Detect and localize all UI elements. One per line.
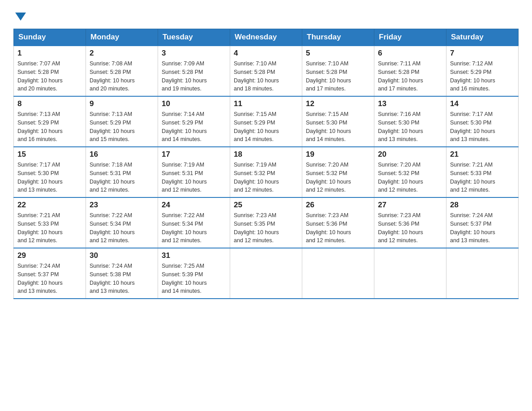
day-number: 15: [17, 150, 82, 159]
day-info: Sunrise: 7:20 AMSunset: 5:32 PMDaylight:…: [378, 161, 442, 194]
day-number: 23: [90, 201, 154, 210]
day-info: Sunrise: 7:16 AMSunset: 5:30 PMDaylight:…: [378, 110, 442, 144]
day-number: 30: [90, 251, 154, 260]
day-of-week-header: Tuesday: [158, 29, 230, 46]
calendar-day-cell: 16Sunrise: 7:18 AMSunset: 5:31 PMDayligh…: [86, 147, 158, 197]
calendar-day-cell: 8Sunrise: 7:13 AMSunset: 5:29 PMDaylight…: [14, 96, 86, 147]
calendar-day-cell: 6Sunrise: 7:11 AMSunset: 5:28 PMDaylight…: [374, 46, 446, 96]
calendar-day-cell: 10Sunrise: 7:14 AMSunset: 5:29 PMDayligh…: [158, 96, 230, 147]
day-number: 25: [234, 201, 298, 210]
day-info: Sunrise: 7:19 AMSunset: 5:31 PMDaylight:…: [162, 161, 226, 194]
day-of-week-header: Saturday: [446, 29, 519, 46]
calendar-day-cell: [374, 248, 446, 299]
calendar-day-cell: 22Sunrise: 7:21 AMSunset: 5:33 PMDayligh…: [14, 197, 86, 248]
calendar-day-cell: 27Sunrise: 7:23 AMSunset: 5:36 PMDayligh…: [374, 197, 446, 248]
day-info: Sunrise: 7:09 AMSunset: 5:28 PMDaylight:…: [162, 60, 226, 93]
day-of-week-header: Thursday: [302, 29, 374, 46]
calendar-day-cell: 2Sunrise: 7:08 AMSunset: 5:28 PMDaylight…: [86, 46, 158, 96]
day-number: 20: [378, 150, 442, 159]
day-info: Sunrise: 7:17 AMSunset: 5:30 PMDaylight:…: [17, 161, 82, 194]
day-number: 6: [378, 49, 442, 58]
day-info: Sunrise: 7:21 AMSunset: 5:33 PMDaylight:…: [450, 161, 515, 194]
calendar-day-cell: 9Sunrise: 7:13 AMSunset: 5:29 PMDaylight…: [86, 96, 158, 147]
day-info: Sunrise: 7:08 AMSunset: 5:28 PMDaylight:…: [90, 60, 154, 93]
day-number: 10: [162, 99, 226, 108]
calendar-day-cell: 25Sunrise: 7:23 AMSunset: 5:35 PMDayligh…: [230, 197, 302, 248]
calendar-day-cell: 23Sunrise: 7:22 AMSunset: 5:34 PMDayligh…: [86, 197, 158, 248]
day-info: Sunrise: 7:12 AMSunset: 5:29 PMDaylight:…: [450, 60, 515, 93]
day-of-week-header: Sunday: [14, 29, 86, 46]
day-number: 1: [17, 49, 82, 58]
day-number: 4: [234, 49, 298, 58]
day-info: Sunrise: 7:25 AMSunset: 5:39 PMDaylight:…: [162, 262, 226, 295]
day-number: 19: [306, 150, 370, 159]
calendar-day-cell: 21Sunrise: 7:21 AMSunset: 5:33 PMDayligh…: [446, 147, 519, 197]
day-of-week-header: Monday: [86, 29, 158, 46]
day-number: 24: [162, 201, 226, 210]
day-info: Sunrise: 7:13 AMSunset: 5:29 PMDaylight:…: [90, 110, 154, 144]
calendar-day-cell: 5Sunrise: 7:10 AMSunset: 5:28 PMDaylight…: [302, 46, 374, 96]
day-number: 3: [162, 49, 226, 58]
calendar-day-cell: 12Sunrise: 7:15 AMSunset: 5:30 PMDayligh…: [302, 96, 374, 147]
calendar-day-cell: 28Sunrise: 7:24 AMSunset: 5:37 PMDayligh…: [446, 197, 519, 248]
calendar-day-cell: 4Sunrise: 7:10 AMSunset: 5:28 PMDaylight…: [230, 46, 302, 96]
day-number: 28: [450, 201, 515, 210]
calendar-day-cell: 29Sunrise: 7:24 AMSunset: 5:37 PMDayligh…: [14, 248, 86, 299]
calendar-day-cell: 14Sunrise: 7:17 AMSunset: 5:30 PMDayligh…: [446, 96, 519, 147]
day-number: 26: [306, 201, 370, 210]
day-info: Sunrise: 7:15 AMSunset: 5:30 PMDaylight:…: [306, 110, 370, 144]
calendar-day-cell: 30Sunrise: 7:24 AMSunset: 5:38 PMDayligh…: [86, 248, 158, 299]
day-number: 11: [234, 99, 298, 108]
day-info: Sunrise: 7:13 AMSunset: 5:29 PMDaylight:…: [17, 110, 82, 144]
day-number: 13: [378, 99, 442, 108]
calendar-day-cell: 17Sunrise: 7:19 AMSunset: 5:31 PMDayligh…: [158, 147, 230, 197]
calendar-day-cell: 1Sunrise: 7:07 AMSunset: 5:28 PMDaylight…: [14, 46, 86, 96]
day-number: 16: [90, 150, 154, 159]
day-info: Sunrise: 7:10 AMSunset: 5:28 PMDaylight:…: [234, 60, 298, 93]
calendar-day-cell: 31Sunrise: 7:25 AMSunset: 5:39 PMDayligh…: [158, 248, 230, 299]
calendar-day-cell: 18Sunrise: 7:19 AMSunset: 5:32 PMDayligh…: [230, 147, 302, 197]
logo: [13, 9, 26, 21]
day-number: 14: [450, 99, 515, 108]
day-info: Sunrise: 7:22 AMSunset: 5:34 PMDaylight:…: [162, 211, 226, 245]
logo-arrow-icon: [15, 13, 26, 21]
calendar-day-cell: 19Sunrise: 7:20 AMSunset: 5:32 PMDayligh…: [302, 147, 374, 197]
day-info: Sunrise: 7:23 AMSunset: 5:36 PMDaylight:…: [378, 211, 442, 245]
day-info: Sunrise: 7:15 AMSunset: 5:29 PMDaylight:…: [234, 110, 298, 144]
day-number: 12: [306, 99, 370, 108]
day-number: 17: [162, 150, 226, 159]
day-of-week-header: Friday: [374, 29, 446, 46]
day-number: 7: [450, 49, 515, 58]
day-info: Sunrise: 7:23 AMSunset: 5:36 PMDaylight:…: [306, 211, 370, 245]
calendar-week-row: 15Sunrise: 7:17 AMSunset: 5:30 PMDayligh…: [14, 147, 519, 197]
day-info: Sunrise: 7:14 AMSunset: 5:29 PMDaylight:…: [162, 110, 226, 144]
calendar-day-cell: 15Sunrise: 7:17 AMSunset: 5:30 PMDayligh…: [14, 147, 86, 197]
calendar-day-cell: 24Sunrise: 7:22 AMSunset: 5:34 PMDayligh…: [158, 197, 230, 248]
day-number: 9: [90, 99, 154, 108]
day-info: Sunrise: 7:10 AMSunset: 5:28 PMDaylight:…: [306, 60, 370, 93]
day-of-week-header: Wednesday: [230, 29, 302, 46]
calendar-day-cell: 26Sunrise: 7:23 AMSunset: 5:36 PMDayligh…: [302, 197, 374, 248]
day-info: Sunrise: 7:24 AMSunset: 5:38 PMDaylight:…: [90, 262, 154, 295]
day-number: 27: [378, 201, 442, 210]
page-header: [13, 9, 519, 21]
calendar-week-row: 1Sunrise: 7:07 AMSunset: 5:28 PMDaylight…: [14, 46, 519, 96]
day-number: 21: [450, 150, 515, 159]
calendar-week-row: 29Sunrise: 7:24 AMSunset: 5:37 PMDayligh…: [14, 248, 519, 299]
day-info: Sunrise: 7:22 AMSunset: 5:34 PMDaylight:…: [90, 211, 154, 245]
day-info: Sunrise: 7:23 AMSunset: 5:35 PMDaylight:…: [234, 211, 298, 245]
day-number: 29: [17, 251, 82, 260]
calendar-table: SundayMondayTuesdayWednesdayThursdayFrid…: [13, 29, 519, 299]
calendar-day-cell: [230, 248, 302, 299]
day-info: Sunrise: 7:18 AMSunset: 5:31 PMDaylight:…: [90, 161, 154, 194]
day-info: Sunrise: 7:11 AMSunset: 5:28 PMDaylight:…: [378, 60, 442, 93]
day-info: Sunrise: 7:17 AMSunset: 5:30 PMDaylight:…: [450, 110, 515, 144]
day-number: 31: [162, 251, 226, 260]
day-info: Sunrise: 7:21 AMSunset: 5:33 PMDaylight:…: [17, 211, 82, 245]
calendar-day-cell: 20Sunrise: 7:20 AMSunset: 5:32 PMDayligh…: [374, 147, 446, 197]
day-info: Sunrise: 7:20 AMSunset: 5:32 PMDaylight:…: [306, 161, 370, 194]
calendar-day-cell: 3Sunrise: 7:09 AMSunset: 5:28 PMDaylight…: [158, 46, 230, 96]
day-number: 2: [90, 49, 154, 58]
day-info: Sunrise: 7:19 AMSunset: 5:32 PMDaylight:…: [234, 161, 298, 194]
calendar-day-cell: 13Sunrise: 7:16 AMSunset: 5:30 PMDayligh…: [374, 96, 446, 147]
